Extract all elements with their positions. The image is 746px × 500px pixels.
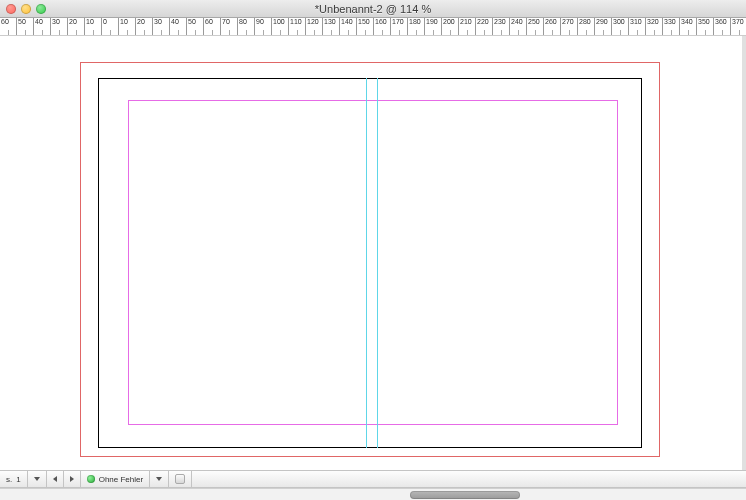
preflight-dropdown[interactable] bbox=[150, 471, 169, 487]
ruler-tick-label: 200 bbox=[443, 18, 455, 26]
ruler-tick: 20 bbox=[68, 18, 85, 35]
horizontal-ruler[interactable]: 6050403020100102030405060708090100110120… bbox=[0, 18, 746, 36]
page-nav-label: s. bbox=[6, 475, 12, 484]
ruler-tick-label: 80 bbox=[239, 18, 247, 26]
ruler-tick: 240 bbox=[510, 18, 527, 35]
ruler-tick-label: 150 bbox=[358, 18, 370, 26]
ruler-tick-label: 140 bbox=[341, 18, 353, 26]
ruler-tick-label: 260 bbox=[545, 18, 557, 26]
ruler-tick: 140 bbox=[340, 18, 357, 35]
pasteboard bbox=[0, 36, 746, 470]
ruler-tick: 360 bbox=[714, 18, 731, 35]
ruler-tick: 30 bbox=[51, 18, 68, 35]
window-title: *Unbenannt-2 @ 114 % bbox=[0, 3, 746, 15]
ruler-tick: 150 bbox=[357, 18, 374, 35]
ruler-tick: 20 bbox=[136, 18, 153, 35]
ruler-tick: 80 bbox=[238, 18, 255, 35]
ruler-tick-label: 100 bbox=[273, 18, 285, 26]
ruler-tick-label: 0 bbox=[103, 18, 107, 26]
horizontal-scrollbar-thumb[interactable] bbox=[410, 491, 520, 499]
spine-guide-right[interactable] bbox=[377, 78, 378, 448]
ruler-tick-label: 180 bbox=[409, 18, 421, 26]
ruler-tick: 90 bbox=[255, 18, 272, 35]
spine-guide-left[interactable] bbox=[366, 78, 367, 448]
ruler-tick-label: 40 bbox=[35, 18, 43, 26]
ruler-tick: 60 bbox=[0, 18, 17, 35]
ruler-tick: 50 bbox=[17, 18, 34, 35]
ruler-tick-label: 270 bbox=[562, 18, 574, 26]
ruler-tick: 70 bbox=[221, 18, 238, 35]
ruler-tick-label: 310 bbox=[630, 18, 642, 26]
ruler-tick: 330 bbox=[663, 18, 680, 35]
ruler-tick-label: 10 bbox=[86, 18, 94, 26]
ruler-tick: 200 bbox=[442, 18, 459, 35]
ruler-tick-label: 160 bbox=[375, 18, 387, 26]
ruler-tick: 280 bbox=[578, 18, 595, 35]
ruler-tick: 300 bbox=[612, 18, 629, 35]
ruler-tick-label: 40 bbox=[171, 18, 179, 26]
minimize-window-button[interactable] bbox=[21, 4, 31, 14]
ruler-tick: 60 bbox=[204, 18, 221, 35]
ruler-tick-label: 340 bbox=[681, 18, 693, 26]
ruler-tick: 40 bbox=[34, 18, 51, 35]
ruler-tick-label: 20 bbox=[69, 18, 77, 26]
ruler-tick-label: 120 bbox=[307, 18, 319, 26]
ruler-tick: 190 bbox=[425, 18, 442, 35]
ruler-tick: 40 bbox=[170, 18, 187, 35]
ruler-tick: 120 bbox=[306, 18, 323, 35]
ruler-tick-label: 50 bbox=[188, 18, 196, 26]
ruler-tick: 350 bbox=[697, 18, 714, 35]
ruler-tick-label: 240 bbox=[511, 18, 523, 26]
ruler-tick-label: 170 bbox=[392, 18, 404, 26]
ruler-tick-label: 20 bbox=[137, 18, 145, 26]
ruler-tick: 10 bbox=[119, 18, 136, 35]
ruler-tick: 210 bbox=[459, 18, 476, 35]
ruler-tick: 320 bbox=[646, 18, 663, 35]
status-tool-button[interactable] bbox=[169, 471, 192, 487]
page-navigator[interactable]: s. 1 bbox=[0, 471, 28, 487]
ruler-tick: 310 bbox=[629, 18, 646, 35]
ruler-tick: 130 bbox=[323, 18, 340, 35]
page-prev-button[interactable] bbox=[47, 471, 64, 487]
preflight-label: Ohne Fehler bbox=[99, 475, 143, 484]
ruler-tick-label: 360 bbox=[715, 18, 727, 26]
page-dropdown[interactable] bbox=[28, 471, 47, 487]
ruler-tick: 250 bbox=[527, 18, 544, 35]
document-canvas[interactable] bbox=[0, 36, 746, 470]
ruler-tick-label: 300 bbox=[613, 18, 625, 26]
ruler-tick-label: 210 bbox=[460, 18, 472, 26]
ruler-tick: 290 bbox=[595, 18, 612, 35]
preflight-status[interactable]: Ohne Fehler bbox=[81, 471, 150, 487]
window-titlebar: *Unbenannt-2 @ 114 % bbox=[0, 0, 746, 18]
ruler-tick: 160 bbox=[374, 18, 391, 35]
horizontal-scrollbar-track[interactable] bbox=[0, 488, 746, 500]
chevron-down-icon bbox=[34, 477, 40, 481]
ruler-tick: 270 bbox=[561, 18, 578, 35]
ruler-tick: 180 bbox=[408, 18, 425, 35]
chevron-down-icon bbox=[156, 477, 162, 481]
ruler-tick-label: 130 bbox=[324, 18, 336, 26]
ruler-tick: 50 bbox=[187, 18, 204, 35]
ruler-tick-label: 350 bbox=[698, 18, 710, 26]
close-window-button[interactable] bbox=[6, 4, 16, 14]
ruler-tick-label: 70 bbox=[222, 18, 230, 26]
ruler-tick: 100 bbox=[272, 18, 289, 35]
status-bar: s. 1 Ohne Fehler bbox=[0, 470, 746, 488]
ruler-tick-label: 10 bbox=[120, 18, 128, 26]
ruler-tick-label: 30 bbox=[52, 18, 60, 26]
ruler-tick: 260 bbox=[544, 18, 561, 35]
ruler-tick-label: 60 bbox=[1, 18, 9, 26]
ruler-tick-label: 370 bbox=[732, 18, 744, 26]
ruler-tick: 340 bbox=[680, 18, 697, 35]
ruler-tick-label: 110 bbox=[290, 18, 302, 26]
ruler-tick-label: 250 bbox=[528, 18, 540, 26]
ruler-tick-label: 60 bbox=[205, 18, 213, 26]
tool-icon bbox=[175, 474, 185, 484]
chevron-right-icon bbox=[70, 476, 74, 482]
page-next-button[interactable] bbox=[64, 471, 81, 487]
ruler-tick-label: 90 bbox=[256, 18, 264, 26]
zoom-window-button[interactable] bbox=[36, 4, 46, 14]
ruler-tick: 0 bbox=[102, 18, 119, 35]
ruler-tick-label: 50 bbox=[18, 18, 26, 26]
ruler-tick-label: 190 bbox=[426, 18, 438, 26]
